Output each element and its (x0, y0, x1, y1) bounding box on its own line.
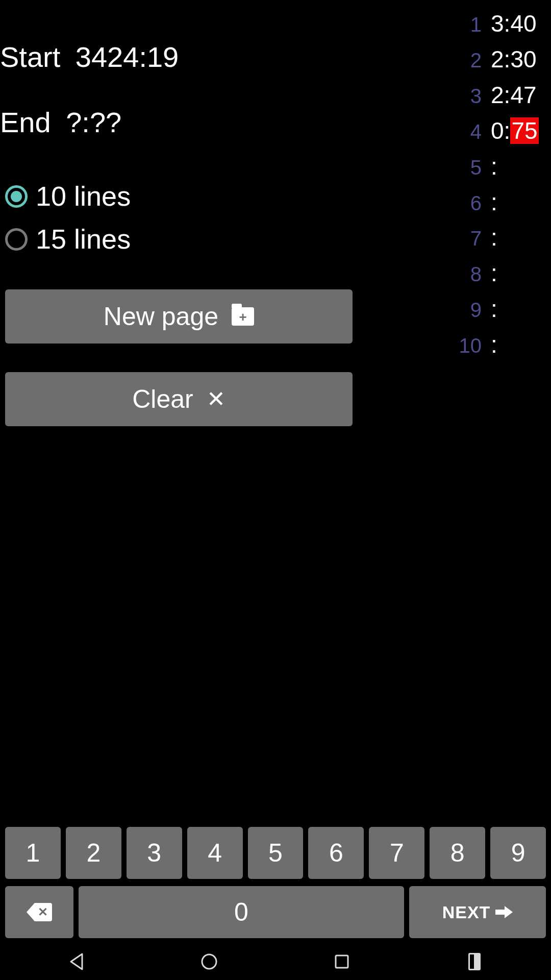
folder-add-icon: + (232, 307, 254, 326)
svg-point-0 (202, 954, 216, 969)
arrow-right-icon (495, 905, 513, 919)
time-colon: : (491, 189, 497, 215)
svg-rect-1 (336, 955, 348, 968)
time-index: 10 (459, 330, 482, 361)
key-1[interactable]: 1 (5, 827, 61, 879)
time-sec: 47 (510, 82, 536, 108)
clear-label: Clear (132, 384, 193, 414)
end-value: ?:?? (66, 106, 121, 138)
start-label: Start (0, 41, 60, 73)
start-row: Start 3424:19 (0, 38, 358, 77)
screenshot-icon (468, 953, 481, 970)
key-2[interactable]: 2 (66, 827, 121, 879)
time-value: : (491, 291, 545, 327)
time-index: 6 (459, 188, 482, 219)
time-index: 2 (459, 45, 482, 76)
time-value: : (491, 185, 545, 220)
time-index: 9 (459, 295, 482, 326)
time-index: 8 (459, 259, 482, 290)
keypad: 1 2 3 4 5 6 7 8 9 ✕ 0 NEXT (0, 822, 551, 943)
radio-selected-icon (5, 185, 28, 208)
time-value: : (491, 327, 545, 363)
time-value: 2:30 (491, 42, 545, 78)
key-0[interactable]: 0 (79, 886, 404, 938)
time-row[interactable]: 10: (358, 327, 545, 363)
time-row[interactable]: 5: (358, 149, 545, 185)
time-index: 4 (459, 116, 482, 148)
time-index: 1 (459, 9, 482, 40)
key-6[interactable]: 6 (308, 827, 364, 879)
time-colon: : (491, 224, 497, 251)
new-page-button[interactable]: New page + (5, 289, 353, 344)
time-value: : (491, 220, 545, 256)
time-colon: : (491, 260, 497, 286)
new-page-label: New page (104, 302, 218, 331)
time-sec: 75 (510, 117, 538, 144)
key-4[interactable]: 4 (187, 827, 243, 879)
time-sec: 30 (510, 46, 536, 72)
end-label: End (0, 106, 51, 138)
time-row[interactable]: 13:40 (358, 6, 545, 42)
time-min: 3 (491, 10, 504, 37)
end-row: End ?:?? (0, 103, 358, 142)
time-value: 3:40 (491, 6, 545, 42)
key-next[interactable]: NEXT (409, 886, 546, 938)
time-colon: : (491, 331, 497, 358)
time-value: : (491, 149, 545, 185)
start-value: 3424:19 (76, 41, 179, 73)
radio-unselected-icon (5, 228, 28, 251)
time-min: 2 (491, 82, 504, 108)
nav-recents-button[interactable] (329, 948, 355, 975)
time-row[interactable]: 6: (358, 185, 545, 220)
android-navbar (0, 943, 551, 980)
radio-15-lines[interactable]: 15 lines (5, 218, 358, 261)
nav-screenshot-button[interactable] (461, 948, 488, 975)
time-row[interactable]: 8: (358, 256, 545, 291)
time-row[interactable]: 32:47 (358, 78, 545, 113)
time-sec: 40 (510, 10, 536, 37)
time-index: 3 (459, 81, 482, 112)
key-7[interactable]: 7 (369, 827, 424, 879)
key-3[interactable]: 3 (127, 827, 182, 879)
time-row[interactable]: 9: (358, 291, 545, 327)
nav-home-button[interactable] (196, 948, 222, 975)
time-colon: : (504, 82, 511, 108)
time-colon: : (491, 296, 497, 322)
time-colon: : (504, 46, 511, 72)
time-row[interactable]: 40:75 (358, 113, 545, 149)
time-value: : (491, 256, 545, 291)
time-min: 0 (491, 117, 504, 144)
close-icon: ✕ (207, 388, 226, 410)
key-5[interactable]: 5 (248, 827, 304, 879)
radio-10-lines[interactable]: 10 lines (5, 175, 358, 218)
key-9[interactable]: 9 (490, 827, 546, 879)
clear-button[interactable]: Clear ✕ (5, 372, 353, 426)
time-row[interactable]: 22:30 (358, 42, 545, 78)
time-value: 2:47 (491, 78, 545, 113)
time-list: 13:4022:3032:4740:755:6:7:8:9:10: (358, 6, 545, 363)
backspace-icon: ✕ (27, 903, 52, 921)
nav-back-button[interactable] (63, 948, 90, 975)
radio-15-label: 15 lines (36, 218, 131, 261)
time-min: 2 (491, 46, 504, 72)
time-colon: : (504, 10, 511, 37)
radio-10-label: 10 lines (36, 175, 131, 218)
key-backspace[interactable]: ✕ (5, 886, 73, 938)
time-index: 7 (459, 223, 482, 254)
time-value: 0:75 (491, 113, 545, 149)
time-row[interactable]: 7: (358, 220, 545, 256)
time-index: 5 (459, 152, 482, 183)
key-8[interactable]: 8 (430, 827, 485, 879)
time-colon: : (491, 153, 497, 180)
key-next-label: NEXT (442, 902, 491, 922)
time-colon: : (504, 117, 511, 144)
